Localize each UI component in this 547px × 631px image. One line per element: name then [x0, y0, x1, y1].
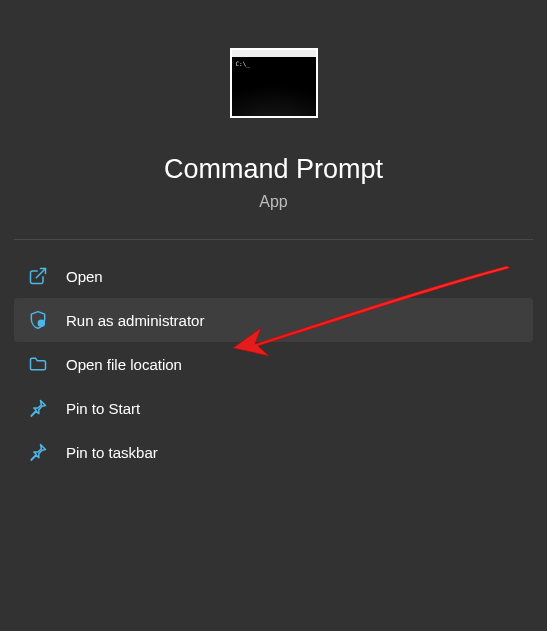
- menu-item-label: Run as administrator: [66, 312, 204, 329]
- context-menu: Open Run as administrator Open file loca…: [0, 240, 547, 488]
- menu-item-pin-to-start[interactable]: Pin to Start: [14, 386, 533, 430]
- menu-item-run-as-administrator[interactable]: Run as administrator: [14, 298, 533, 342]
- menu-item-label: Open file location: [66, 356, 182, 373]
- external-link-icon: [28, 266, 48, 286]
- folder-icon: [28, 354, 48, 374]
- menu-item-pin-to-taskbar[interactable]: Pin to taskbar: [14, 430, 533, 474]
- app-icon: [230, 48, 318, 118]
- app-header: Command Prompt App: [0, 0, 547, 239]
- app-subtitle: App: [259, 193, 287, 211]
- menu-item-label: Open: [66, 268, 103, 285]
- pin-icon: [28, 442, 48, 462]
- menu-item-open-file-location[interactable]: Open file location: [14, 342, 533, 386]
- app-icon-body: [232, 57, 316, 116]
- app-title: Command Prompt: [164, 154, 383, 185]
- menu-item-open[interactable]: Open: [14, 254, 533, 298]
- menu-item-label: Pin to taskbar: [66, 444, 158, 461]
- app-icon-titlebar: [232, 50, 316, 57]
- svg-line-0: [36, 269, 45, 278]
- svg-point-1: [38, 320, 46, 328]
- shield-icon: [28, 310, 48, 330]
- pin-icon: [28, 398, 48, 418]
- menu-item-label: Pin to Start: [66, 400, 140, 417]
